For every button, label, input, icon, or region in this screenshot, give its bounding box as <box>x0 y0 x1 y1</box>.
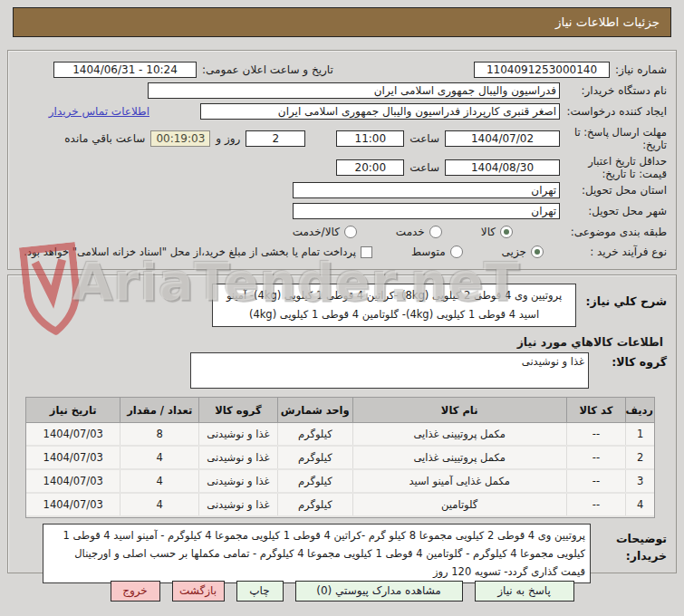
cell: 1404/07/03 <box>26 423 120 447</box>
cell: -- <box>566 469 626 493</box>
table-row: 4 -- گلوتامین کیلوگرم غذا و نوشیدنی 4 14… <box>26 493 654 516</box>
cell: -- <box>566 423 626 447</box>
remaining-suffix-label: ساعت باقي مانده <box>64 132 145 145</box>
price-validity-date-field[interactable]: 1404/08/30 <box>445 159 560 176</box>
cell: غذا و نوشیدنی <box>199 446 278 469</box>
page-title: جزئیات اطلاعات نیاز <box>13 7 671 37</box>
goods-section-header: اطلاعات کالاهاي مورد نیاز <box>14 335 663 349</box>
need-desc-textarea[interactable]: پروتیین وی 4 قوطی 2 کیلویی (8kg) -کراتین… <box>212 284 576 327</box>
announce-datetime-field[interactable]: 1404/06/31 - 10:24 <box>53 62 197 78</box>
cell: 1404/07/03 <box>26 446 120 469</box>
cell: 4 <box>626 493 654 516</box>
cell: 4 <box>120 446 199 469</box>
need-desc-label: شرح کلي نیاز: <box>576 284 667 308</box>
goods-info-panel: شرح کلي نیاز: پروتیین وی 4 قوطی 2 کیلویی… <box>7 274 677 573</box>
radio-goods-service-label: کالا/خدمت <box>293 226 340 238</box>
col-header-unit: واحد شمارش <box>277 398 352 423</box>
cell: غذا و نوشیدنی <box>199 469 278 493</box>
cell: گلوتامین <box>352 493 566 516</box>
province-field[interactable]: تهران <box>293 182 560 198</box>
buyer-org-label: نام دستگاه خریدار: <box>560 84 667 97</box>
radio-medium[interactable] <box>450 245 463 258</box>
reply-to-need-button[interactable]: پاسخ به نیاز <box>475 581 574 602</box>
action-buttons: پاسخ به نیاز مشاهده مدارک پیوستي (0) چاپ… <box>0 581 684 602</box>
radio-goods-label: کالا <box>481 226 496 238</box>
radio-service[interactable] <box>429 226 442 238</box>
cell: 1404/07/03 <box>26 493 120 516</box>
cell: کیلوگرم <box>277 446 352 469</box>
cell: -- <box>566 493 626 516</box>
exit-button[interactable]: خروج <box>111 581 160 602</box>
buyer-notes-textarea[interactable]: پروتیین وی 4 قوطی 2 کیلویی مجموعا 8 کیلو… <box>43 524 591 583</box>
province-label: استان محل تحویل: <box>560 184 667 197</box>
print-button[interactable]: چاپ <box>236 581 284 602</box>
cell: 3 <box>626 469 654 493</box>
back-button[interactable]: بازگشت <box>172 581 225 602</box>
goods-group-label: گروه کالا: <box>589 352 667 369</box>
col-header-quantity: تعداد / مقدار <box>120 398 199 423</box>
radio-minor-label: جزیی <box>502 245 526 258</box>
cell: 1 <box>626 423 654 447</box>
cell: کیلوگرم <box>277 423 352 447</box>
buyer-contact-link[interactable]: اطلاعات تماس خریدار <box>49 105 149 118</box>
table-row: 3 -- مکمل غذایی آمینو اسید کیلوگرم غذا و… <box>26 469 654 493</box>
reply-hour-label: ساعت <box>409 132 439 145</box>
buyer-org-field[interactable]: فدراسیون والیبال جمهوری اسلامی ایران <box>148 82 560 99</box>
remaining-days-label: روز و <box>216 132 240 145</box>
need-info-panel: شماره نیاز: 1104091253000140 تاریخ و ساع… <box>7 50 677 270</box>
col-header-need-date: تاریخ نیاز <box>26 398 120 423</box>
price-validity-label: حداقل تاریخ اعتبار قیمت: تا تاریخ: <box>560 155 667 181</box>
cell: مکمل غذایی آمینو اسید <box>352 469 566 493</box>
table-row: 1 -- مکمل پروتیینی غذایی کیلوگرم غذا و ن… <box>26 423 654 447</box>
cell: 8 <box>120 423 199 447</box>
remaining-time-field: 00:19:03 <box>150 130 210 147</box>
col-header-row-index: ردیف <box>626 398 654 423</box>
price-validity-time-field[interactable]: 20:00 <box>336 159 404 176</box>
reply-deadline-label: مهلت ارسال پاسخ: تا تاریخ: <box>560 126 667 152</box>
cell: مکمل پروتیینی غذایی <box>352 423 566 447</box>
treasury-checkbox[interactable] <box>361 246 372 258</box>
col-header-group: گروه کالا <box>199 398 278 423</box>
radio-goods-service[interactable] <box>344 226 357 238</box>
cell: مکمل پروتیینی غذایی <box>352 446 566 469</box>
remaining-days-field: 2 <box>246 130 305 147</box>
radio-minor[interactable] <box>531 245 544 258</box>
cell: 2 <box>626 446 654 469</box>
col-header-item-code: کد کالا <box>566 398 626 423</box>
announce-datetime-label: تاریخ و ساعت اعلان عمومی: <box>202 63 333 76</box>
need-number-field[interactable]: 1104091253000140 <box>474 62 610 78</box>
reply-deadline-time-field[interactable]: 11:00 <box>336 130 404 147</box>
process-type-label: نوع فرآیند خرید : <box>560 245 667 258</box>
price-hour-label: ساعت <box>409 161 439 174</box>
city-label: شهر محل تحویل: <box>560 205 667 217</box>
view-attachments-button[interactable]: مشاهده مدارک پیوستي (0) <box>295 581 463 602</box>
request-creator-field[interactable]: اصغر قنبری کارپرداز فدراسیون والیبال جمه… <box>200 103 560 120</box>
city-field[interactable]: تهران <box>293 203 560 219</box>
request-creator-label: ایجاد کننده درخواست: <box>560 105 667 118</box>
subject-class-label: طبقه بندی موضوعی: <box>560 226 667 238</box>
table-row: 2 -- مکمل پروتیینی غذایی کیلوگرم غذا و ن… <box>26 446 654 469</box>
radio-goods[interactable] <box>500 226 513 238</box>
goods-group-textarea[interactable]: غذا و نوشیدنی <box>190 352 589 389</box>
col-header-item-name: نام کالا <box>352 398 566 423</box>
cell: 4 <box>120 493 199 516</box>
table-header-row: ردیف کد کالا نام کالا واحد شمارش گروه کا… <box>26 398 654 423</box>
cell: غذا و نوشیدنی <box>199 493 278 516</box>
cell: کیلوگرم <box>277 493 352 516</box>
goods-table: ردیف کد کالا نام کالا واحد شمارش گروه کا… <box>25 397 655 518</box>
radio-service-label: خدمت <box>396 226 425 238</box>
radio-medium-label: متوسط <box>411 245 446 258</box>
treasury-checkbox-label: پرداخت تمام یا بخشی از مبلغ خرید،از محل … <box>24 245 356 258</box>
cell: -- <box>566 446 626 469</box>
cell: کیلوگرم <box>277 469 352 493</box>
cell: 4 <box>120 469 199 493</box>
need-number-label: شماره نیاز: <box>615 63 667 76</box>
reply-deadline-date-field[interactable]: 1404/07/02 <box>445 130 560 147</box>
cell: 1404/07/03 <box>26 469 120 493</box>
cell: غذا و نوشیدنی <box>199 423 278 447</box>
buyer-notes-label: توضیحات خریدار: <box>591 524 667 565</box>
